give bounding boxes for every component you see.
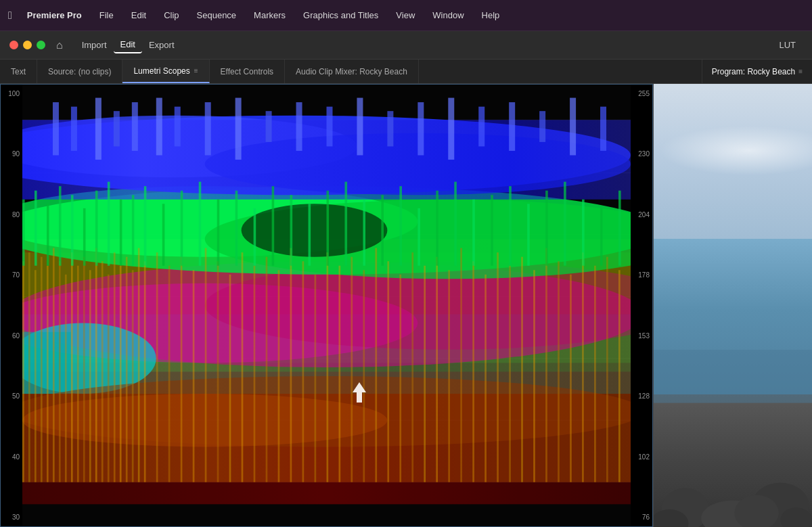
- menu-sequence[interactable]: Sequence: [194, 9, 240, 22]
- svg-rect-119: [144, 186, 147, 266]
- svg-rect-117: [120, 200, 122, 266]
- svg-rect-46: [539, 111, 545, 142]
- import-button[interactable]: Import: [75, 37, 114, 53]
- svg-rect-107: [606, 257, 608, 482]
- tab-effect-controls[interactable]: Effect Controls: [210, 60, 285, 83]
- svg-rect-145: [618, 191, 621, 266]
- svg-rect-76: [229, 275, 231, 482]
- minimize-button[interactable]: [23, 41, 32, 49]
- svg-rect-130: [344, 182, 347, 266]
- y-label-60: 60: [3, 332, 20, 340]
- svg-rect-123: [217, 200, 220, 266]
- svg-rect-114: [83, 208, 86, 266]
- y-label-70: 70: [3, 271, 20, 279]
- svg-rect-79: [266, 257, 268, 482]
- svg-rect-135: [436, 191, 438, 266]
- tab-audio-clip-mixer[interactable]: Audio Clip Mixer: Rocky Beach: [285, 60, 419, 83]
- menu-window[interactable]: Window: [430, 9, 466, 22]
- main-content: 100 90 80 70 60 50 40 30 255 230 204 178…: [0, 84, 812, 527]
- maximize-button[interactable]: [37, 41, 45, 49]
- svg-rect-78: [254, 266, 256, 482]
- right-panel-tabs: Program: Rocky Beach ≡: [702, 60, 812, 83]
- svg-rect-38: [296, 102, 302, 151]
- title-bar:  Premiere Pro File Edit Clip Sequence M…: [0, 0, 812, 31]
- y-label-230: 230: [633, 150, 650, 158]
- svg-rect-28: [53, 102, 59, 155]
- svg-rect-132: [381, 195, 384, 265]
- svg-rect-134: [418, 208, 420, 266]
- svg-rect-69: [144, 261, 146, 482]
- svg-rect-115: [95, 191, 98, 266]
- y-label-100: 100: [3, 90, 20, 97]
- menu-edit[interactable]: Edit: [129, 9, 149, 22]
- traffic-lights: [9, 41, 45, 49]
- svg-rect-84: [327, 252, 329, 482]
- svg-rect-91: [411, 252, 413, 482]
- svg-rect-74: [205, 248, 207, 482]
- svg-rect-85: [338, 266, 340, 482]
- svg-rect-71: [168, 266, 171, 482]
- svg-rect-133: [399, 186, 402, 266]
- svg-rect-103: [558, 261, 560, 482]
- program-monitor-panel: [653, 84, 812, 527]
- svg-rect-83: [315, 275, 317, 482]
- menu-graphics-titles[interactable]: Graphics and Titles: [300, 9, 381, 22]
- svg-rect-36: [235, 98, 242, 160]
- y-label-80: 80: [3, 211, 20, 219]
- svg-rect-111: [47, 204, 49, 265]
- svg-rect-51: [35, 270, 37, 482]
- menu-markers[interactable]: Markers: [251, 9, 288, 22]
- svg-rect-34: [175, 107, 181, 147]
- svg-rect-106: [594, 266, 596, 482]
- svg-rect-47: [570, 98, 576, 156]
- svg-rect-121: [181, 191, 183, 266]
- lut-button[interactable]: LUT: [772, 37, 803, 53]
- svg-rect-37: [266, 111, 272, 142]
- home-icon[interactable]: ⌂: [56, 39, 63, 51]
- edit-button[interactable]: Edit: [114, 37, 142, 53]
- svg-rect-97: [484, 275, 487, 482]
- y-label-90: 90: [3, 150, 20, 158]
- y-label-50: 50: [3, 392, 20, 400]
- svg-rect-52: [41, 257, 43, 482]
- y-label-40: 40: [3, 453, 20, 461]
- svg-rect-58: [77, 266, 79, 482]
- svg-rect-128: [309, 204, 311, 265]
- svg-rect-70: [156, 252, 158, 482]
- svg-rect-118: [132, 195, 135, 265]
- tab-text[interactable]: Text: [0, 60, 37, 83]
- svg-rect-108: [618, 270, 621, 482]
- svg-rect-105: [582, 252, 584, 482]
- svg-rect-33: [156, 98, 162, 156]
- svg-rect-43: [448, 98, 454, 160]
- y-label-76: 76: [633, 513, 650, 521]
- svg-rect-110: [35, 191, 37, 266]
- svg-rect-44: [478, 107, 484, 147]
- tab-lumetri-scopes[interactable]: Lumetri Scopes ≡: [122, 60, 209, 83]
- svg-rect-82: [302, 261, 304, 482]
- close-button[interactable]: [9, 41, 18, 49]
- menu-help[interactable]: Help: [479, 9, 503, 22]
- svg-rect-94: [448, 270, 450, 482]
- menu-clip[interactable]: Clip: [161, 9, 181, 22]
- svg-rect-98: [497, 252, 499, 482]
- svg-rect-96: [472, 261, 474, 482]
- svg-rect-50: [28, 252, 30, 482]
- svg-rect-90: [399, 275, 401, 482]
- svg-rect-126: [272, 186, 275, 266]
- svg-rect-35: [205, 102, 211, 155]
- menu-file[interactable]: File: [97, 9, 116, 22]
- menu-view[interactable]: View: [393, 9, 418, 22]
- svg-rect-31: [114, 111, 120, 146]
- export-button[interactable]: Export: [142, 37, 181, 53]
- svg-rect-48: [600, 107, 606, 151]
- svg-rect-93: [436, 257, 438, 482]
- y-label-255: 255: [633, 90, 650, 97]
- svg-rect-40: [357, 98, 363, 156]
- svg-rect-75: [217, 261, 219, 482]
- tab-source[interactable]: Source: (no clips): [37, 60, 122, 83]
- tab-program[interactable]: Program: Rocky Beach ≡: [702, 60, 812, 83]
- svg-rect-116: [108, 182, 110, 266]
- svg-rect-63: [108, 275, 110, 482]
- svg-rect-42: [418, 102, 424, 155]
